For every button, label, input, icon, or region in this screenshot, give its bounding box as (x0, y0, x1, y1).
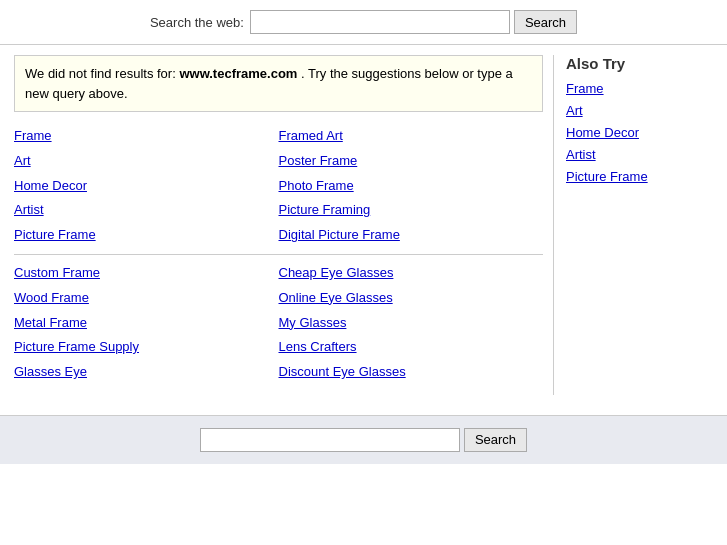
link-picture-framing[interactable]: Picture Framing (279, 200, 544, 221)
notice-domain: www.tecframe.com (179, 66, 297, 81)
link-framed-art[interactable]: Framed Art (279, 126, 544, 147)
also-try-link-art[interactable]: Art (566, 100, 713, 122)
bottom-search-button[interactable]: Search (464, 428, 527, 452)
also-try-heading: Also Try (566, 55, 713, 72)
bottom-search-input[interactable] (200, 428, 460, 452)
link-picture-frame-supply[interactable]: Picture Frame Supply (14, 337, 279, 358)
link-my-glasses[interactable]: My Glasses (279, 313, 544, 334)
bottom-search-bar: Search (0, 415, 727, 464)
links-group1-col2: Framed Art Poster Frame Photo Frame Pict… (279, 126, 544, 246)
link-poster-frame[interactable]: Poster Frame (279, 151, 544, 172)
also-try-link-artist[interactable]: Artist (566, 144, 713, 166)
link-art[interactable]: Art (14, 151, 279, 172)
link-metal-frame[interactable]: Metal Frame (14, 313, 279, 334)
also-try-link-picture-frame[interactable]: Picture Frame (566, 166, 713, 188)
top-search-input[interactable] (250, 10, 510, 34)
link-picture-frame[interactable]: Picture Frame (14, 225, 279, 246)
link-photo-frame[interactable]: Photo Frame (279, 176, 544, 197)
left-content: We did not find results for: www.tecfram… (14, 55, 543, 395)
notice-box: We did not find results for: www.tecfram… (14, 55, 543, 112)
link-artist[interactable]: Artist (14, 200, 279, 221)
links-group2: Custom Frame Wood Frame Metal Frame Pict… (14, 259, 543, 391)
link-home-decor[interactable]: Home Decor (14, 176, 279, 197)
links-group1-col1: Frame Art Home Decor Artist Picture Fram… (14, 126, 279, 246)
main-content: We did not find results for: www.tecfram… (0, 45, 727, 405)
link-online-eye-glasses[interactable]: Online Eye Glasses (279, 288, 544, 309)
link-lens-crafters[interactable]: Lens Crafters (279, 337, 544, 358)
footer-space (0, 464, 727, 544)
link-discount-eye-glasses[interactable]: Discount Eye Glasses (279, 362, 544, 383)
link-custom-frame[interactable]: Custom Frame (14, 263, 279, 284)
also-try-link-frame[interactable]: Frame (566, 78, 713, 100)
search-label: Search the web: (150, 15, 244, 30)
link-digital-picture-frame[interactable]: Digital Picture Frame (279, 225, 544, 246)
top-search-button[interactable]: Search (514, 10, 577, 34)
link-cheap-eye-glasses[interactable]: Cheap Eye Glasses (279, 263, 544, 284)
links-group1: Frame Art Home Decor Artist Picture Fram… (14, 122, 543, 255)
link-glasses-eye[interactable]: Glasses Eye (14, 362, 279, 383)
top-search-bar: Search the web: Search (0, 0, 727, 45)
links-group2-col1: Custom Frame Wood Frame Metal Frame Pict… (14, 263, 279, 383)
link-frame[interactable]: Frame (14, 126, 279, 147)
also-try-link-home-decor[interactable]: Home Decor (566, 122, 713, 144)
also-try-sidebar: Also Try Frame Art Home Decor Artist Pic… (553, 55, 713, 395)
links-group2-col2: Cheap Eye Glasses Online Eye Glasses My … (279, 263, 544, 383)
link-wood-frame[interactable]: Wood Frame (14, 288, 279, 309)
notice-prefix: We did not find results for: (25, 66, 176, 81)
